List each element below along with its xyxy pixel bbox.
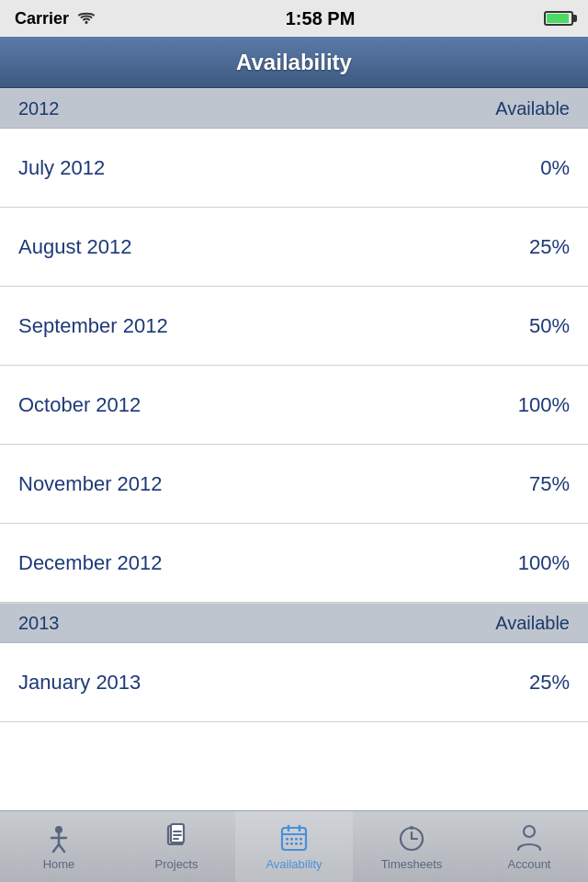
- svg-rect-16: [290, 838, 293, 841]
- tab-timesheets-label: Timesheets: [381, 857, 443, 871]
- row-value-november-2012: 75%: [529, 472, 570, 496]
- home-icon: [43, 822, 74, 854]
- tab-account-label: Account: [508, 857, 551, 871]
- timesheets-icon: [396, 822, 427, 854]
- tab-projects[interactable]: Projects: [118, 811, 235, 882]
- row-december-2012[interactable]: December 2012 100%: [0, 524, 588, 603]
- svg-point-27: [524, 826, 535, 837]
- row-value-july-2012: 0%: [540, 156, 570, 180]
- section-year-2012: 2012: [18, 98, 60, 119]
- row-label-december-2012: December 2012: [18, 551, 163, 575]
- section-header-2012: 2012 Available: [0, 88, 588, 129]
- tab-availability[interactable]: Availability: [235, 811, 353, 882]
- row-value-october-2012: 100%: [518, 393, 570, 417]
- carrier-label: Carrier: [15, 9, 69, 28]
- tab-availability-label: Availability: [266, 857, 322, 871]
- svg-rect-19: [286, 842, 288, 845]
- availability-icon: [278, 822, 310, 854]
- svg-point-26: [410, 826, 413, 830]
- row-label-august-2012: August 2012: [18, 235, 132, 259]
- tab-timesheets[interactable]: Timesheets: [353, 811, 470, 882]
- row-value-august-2012: 25%: [529, 235, 570, 259]
- wifi-icon: [76, 11, 96, 26]
- svg-rect-11: [282, 828, 306, 850]
- svg-line-5: [59, 844, 64, 852]
- status-time: 1:58 PM: [286, 8, 356, 29]
- row-september-2012[interactable]: September 2012 50%: [0, 287, 588, 366]
- section-available-label-2013: Available: [495, 613, 570, 634]
- tab-home[interactable]: Home: [0, 811, 118, 882]
- svg-rect-18: [300, 838, 302, 841]
- status-left: Carrier: [15, 9, 96, 28]
- row-value-december-2012: 100%: [518, 551, 570, 575]
- projects-icon: [161, 822, 192, 854]
- tab-bar: Home Projects: [0, 810, 588, 882]
- row-label-january-2013: January 2013: [18, 671, 141, 695]
- row-july-2012[interactable]: July 2012 0%: [0, 129, 588, 208]
- row-october-2012[interactable]: October 2012 100%: [0, 366, 588, 445]
- svg-rect-15: [286, 838, 288, 841]
- svg-rect-17: [295, 838, 298, 841]
- row-label-september-2012: September 2012: [18, 314, 168, 338]
- tab-projects-label: Projects: [155, 857, 198, 871]
- row-label-july-2012: July 2012: [18, 156, 105, 180]
- row-label-november-2012: November 2012: [18, 472, 163, 496]
- status-bar: Carrier 1:58 PM: [0, 0, 588, 37]
- svg-point-0: [85, 21, 88, 24]
- svg-rect-7: [171, 824, 184, 842]
- nav-bar: Availability: [0, 37, 588, 88]
- section-year-2013: 2013: [18, 613, 60, 634]
- row-value-september-2012: 50%: [529, 314, 570, 338]
- row-january-2013[interactable]: January 2013 25%: [0, 643, 588, 722]
- availability-table: 2012 Available July 2012 0% August 2012 …: [0, 88, 588, 810]
- row-august-2012[interactable]: August 2012 25%: [0, 208, 588, 287]
- battery-icon: [544, 11, 573, 26]
- section-available-label-2012: Available: [495, 98, 570, 119]
- svg-rect-21: [295, 842, 298, 845]
- account-icon: [514, 822, 545, 854]
- row-label-october-2012: October 2012: [18, 393, 141, 417]
- row-value-january-2013: 25%: [529, 671, 570, 695]
- svg-rect-22: [300, 842, 302, 845]
- tab-home-label: Home: [43, 857, 75, 871]
- svg-rect-20: [290, 842, 293, 845]
- section-header-2013: 2013 Available: [0, 603, 588, 643]
- nav-title: Availability: [236, 50, 352, 75]
- row-november-2012[interactable]: November 2012 75%: [0, 445, 588, 524]
- status-right: [544, 11, 573, 26]
- tab-account[interactable]: Account: [470, 811, 588, 882]
- svg-line-4: [53, 844, 59, 852]
